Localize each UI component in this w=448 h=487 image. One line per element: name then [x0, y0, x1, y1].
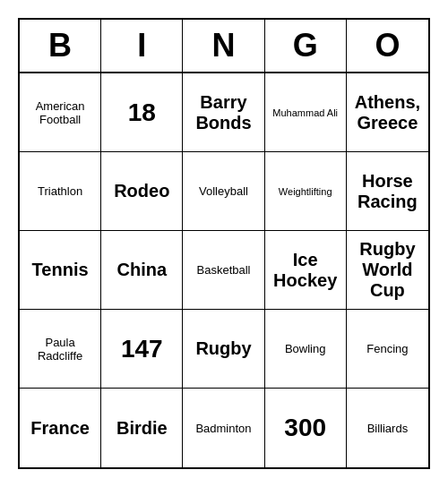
bingo-cell: Fencing: [347, 310, 428, 389]
bingo-cell: Birdie: [101, 389, 183, 467]
cell-text: Basketball: [197, 263, 251, 277]
cell-text: Birdie: [116, 418, 168, 439]
bingo-cell: Ice Hockey: [265, 231, 347, 310]
cell-text: Horse Racing: [350, 171, 425, 212]
bingo-grid: American Football18Barry BondsMuhammad A…: [20, 73, 428, 467]
bingo-cell: Basketball: [183, 231, 264, 310]
bingo-cell: American Football: [20, 73, 101, 152]
cell-text: American Football: [23, 99, 97, 126]
bingo-cell: 147: [101, 310, 183, 389]
cell-text: Barry Bonds: [186, 92, 260, 133]
cell-text: Bowling: [285, 342, 326, 355]
bingo-header: BINGO: [20, 20, 428, 73]
cell-text: Ice Hockey: [269, 250, 342, 291]
cell-text: Muhammad Ali: [272, 107, 338, 118]
bingo-cell: Barry Bonds: [183, 73, 264, 152]
bingo-cell: Volleyball: [183, 152, 264, 231]
header-letter: G: [265, 20, 347, 72]
cell-text: Rodeo: [114, 181, 169, 201]
bingo-cell: Athens, Greece: [347, 73, 428, 152]
cell-text: 18: [128, 98, 156, 127]
bingo-cell: Badminton: [183, 389, 264, 467]
cell-text: 300: [284, 414, 326, 442]
cell-text: Tennis: [32, 260, 89, 280]
cell-text: Rugby World Cup: [350, 239, 425, 301]
cell-text: Rugby: [195, 338, 251, 359]
cell-text: China: [117, 260, 168, 280]
cell-text: Badminton: [195, 422, 251, 435]
bingo-cell: Bowling: [265, 310, 347, 389]
header-letter: B: [20, 20, 101, 72]
bingo-cell: Triathlon: [20, 152, 101, 231]
header-letter: I: [101, 20, 183, 72]
header-letter: O: [347, 20, 428, 72]
bingo-cell: Billiards: [347, 389, 428, 467]
bingo-cell: Weightlifting: [265, 152, 347, 231]
bingo-cell: Rugby: [183, 310, 264, 389]
cell-text: Billiards: [367, 422, 409, 435]
cell-text: France: [30, 418, 90, 439]
bingo-card: BINGO American Football18Barry BondsMuha…: [18, 18, 430, 469]
cell-text: Fencing: [366, 342, 408, 355]
bingo-cell: Rodeo: [101, 152, 183, 231]
header-letter: N: [183, 20, 264, 72]
cell-text: Paula Radcliffe: [23, 336, 97, 363]
cell-text: 147: [121, 335, 163, 363]
bingo-cell: Tennis: [20, 231, 101, 310]
bingo-cell: China: [101, 231, 183, 310]
cell-text: Volleyball: [199, 184, 248, 198]
bingo-cell: 300: [265, 389, 347, 467]
bingo-cell: Horse Racing: [347, 152, 428, 231]
bingo-cell: Muhammad Ali: [265, 73, 347, 152]
bingo-cell: 18: [101, 73, 183, 152]
bingo-cell: France: [20, 389, 101, 467]
cell-text: Weightlifting: [279, 186, 332, 197]
cell-text: Triathlon: [38, 184, 82, 198]
cell-text: Athens, Greece: [350, 92, 425, 133]
bingo-cell: Paula Radcliffe: [20, 310, 101, 389]
bingo-cell: Rugby World Cup: [347, 231, 428, 310]
